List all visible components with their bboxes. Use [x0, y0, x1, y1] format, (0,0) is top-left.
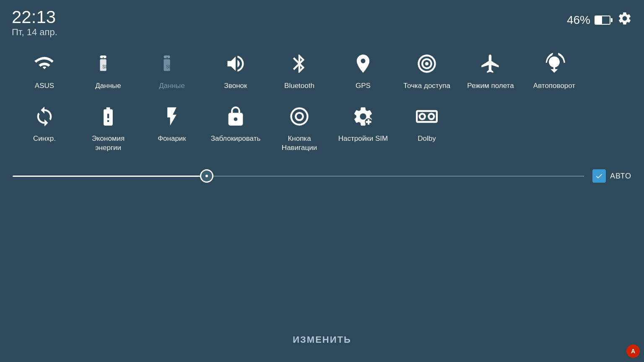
- toggle-data2[interactable]: 2 SIM Данные: [140, 46, 204, 95]
- sound-label: Звонок: [224, 81, 247, 90]
- toggle-hotspot[interactable]: Точка доступа: [395, 46, 459, 95]
- toggles-section: ASUS 1 SIM Данные 2 SIM: [0, 42, 644, 157]
- data1-icon: 1 SIM: [95, 50, 122, 77]
- battery-save-icon: [95, 103, 122, 130]
- battery-info: 46%: [567, 13, 610, 27]
- toggle-dolby[interactable]: Dolby: [395, 99, 459, 157]
- nav-button-label: Кнопка Навигации: [270, 134, 329, 153]
- hotspot-icon: [413, 50, 440, 77]
- slider-thumb-inner: [205, 175, 208, 177]
- auto-brightness-checkbox[interactable]: [592, 169, 606, 183]
- sound-icon: [222, 50, 249, 77]
- svg-point-9: [291, 109, 308, 125]
- toggles-row-2: Синхр. Экономия энергии Фонарик Заблокир…: [13, 99, 631, 157]
- toggle-sync[interactable]: Синхр.: [13, 99, 76, 157]
- toggle-nav-button[interactable]: Кнопка Навигации: [267, 99, 331, 157]
- date: Пт, 14 апр.: [12, 27, 57, 38]
- svg-point-8: [425, 62, 429, 66]
- toggle-airplane[interactable]: Режим полета: [459, 46, 522, 95]
- data2-label: Данные: [159, 81, 184, 90]
- airplane-label: Режим полета: [467, 81, 514, 90]
- sim-settings-label: Настройки SIM: [338, 134, 388, 143]
- flashlight-label: Фонарик: [158, 134, 186, 143]
- auto-brightness-label: АВТО: [610, 172, 631, 181]
- hotspot-label: Точка доступа: [403, 81, 450, 90]
- slider-inactive-track: [207, 176, 584, 177]
- toggle-sim-settings[interactable]: Настройки SIM: [331, 99, 395, 157]
- auto-brightness-toggle[interactable]: АВТО: [592, 169, 631, 183]
- toggle-flashlight[interactable]: Фонарик: [140, 99, 204, 157]
- dolby-icon: [413, 103, 440, 130]
- data2-icon: 2 SIM: [158, 50, 185, 77]
- toggle-lock-screen[interactable]: Заблокировать: [204, 99, 267, 157]
- toggle-gps[interactable]: GPS: [331, 46, 395, 95]
- flashlight-icon: [158, 103, 185, 130]
- bluetooth-icon: [286, 50, 313, 77]
- asus-logo: A: [626, 344, 640, 358]
- lock-screen-icon: [222, 103, 249, 130]
- toggle-battery-save[interactable]: Экономия энергии: [76, 99, 140, 157]
- svg-point-13: [420, 114, 425, 119]
- battery-percent: 46%: [567, 13, 590, 27]
- bluetooth-label: Bluetooth: [284, 81, 314, 90]
- change-section: ИЗМЕНИТЬ: [0, 334, 644, 345]
- wifi-label: ASUS: [35, 81, 54, 90]
- rotation-label: Автоповорот: [533, 81, 575, 90]
- toggle-data1[interactable]: 1 SIM Данные: [76, 46, 140, 95]
- brightness-slider-track[interactable]: [13, 176, 584, 177]
- time-block: 22:13 Пт, 14 апр.: [12, 8, 57, 38]
- gps-icon: [350, 50, 377, 77]
- gps-label: GPS: [356, 81, 371, 90]
- header: 22:13 Пт, 14 апр. 46%: [0, 0, 644, 42]
- brightness-section: АВТО: [0, 161, 644, 183]
- sync-label: Синхр.: [33, 134, 56, 143]
- data1-label: Данные: [95, 81, 121, 90]
- nav-button-icon: [286, 103, 313, 130]
- sim-settings-icon: [350, 103, 377, 130]
- toggle-wifi[interactable]: ASUS: [13, 46, 76, 95]
- change-button[interactable]: ИЗМЕНИТЬ: [293, 334, 351, 345]
- clock: 22:13: [12, 8, 57, 27]
- svg-text:SIM: SIM: [102, 64, 110, 69]
- sync-icon: [31, 103, 58, 130]
- dolby-label: Dolby: [418, 134, 436, 143]
- rotation-icon: [541, 50, 568, 77]
- toggles-row-1: ASUS 1 SIM Данные 2 SIM: [13, 46, 631, 95]
- toggle-sound[interactable]: Звонок: [204, 46, 267, 95]
- airplane-icon: [477, 50, 504, 77]
- svg-point-14: [428, 114, 434, 119]
- header-right: 46%: [567, 11, 632, 29]
- battery-icon: [595, 16, 610, 25]
- svg-point-10: [296, 113, 303, 120]
- wifi-icon: [31, 50, 58, 77]
- lock-screen-label: Заблокировать: [211, 134, 261, 143]
- toggle-bluetooth[interactable]: Bluetooth: [267, 46, 331, 95]
- settings-icon[interactable]: [617, 11, 632, 29]
- battery-fill: [595, 16, 602, 24]
- toggle-rotation[interactable]: Автоповорот: [522, 46, 586, 95]
- battery-save-label: Экономия энергии: [78, 134, 138, 153]
- svg-text:SIM: SIM: [166, 64, 174, 69]
- brightness-slider-thumb[interactable]: [200, 169, 213, 183]
